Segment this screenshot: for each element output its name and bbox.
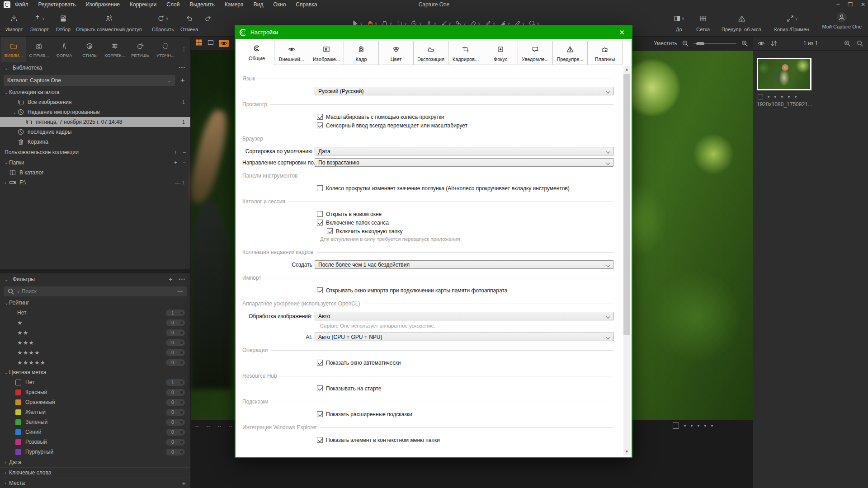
checkbox-row[interactable]: Включение папок сеанса <box>317 218 613 227</box>
checkbox-row[interactable]: Открывать окно импорта при подключении к… <box>317 286 613 295</box>
proof-view-icon[interactable] <box>219 40 229 47</box>
menu-Файл[interactable]: Файл <box>15 1 28 8</box>
image-thumbnail[interactable] <box>757 58 811 90</box>
scroll-down-icon[interactable]: ▼ <box>623 448 630 455</box>
checkbox[interactable] <box>317 437 323 443</box>
settings-tab-eye[interactable]: Внешний... <box>274 41 309 65</box>
grid-button[interactable]: Сетка <box>696 12 710 32</box>
filter-count-pill[interactable]: 0 <box>166 439 185 446</box>
checkbox[interactable] <box>317 185 323 191</box>
add-catalog-button[interactable]: + <box>179 76 187 84</box>
filter-group-Дата[interactable]: ›Дата <box>0 457 190 467</box>
filter-count-pill[interactable]: 0 <box>166 359 185 366</box>
color-filter-row[interactable]: Желтый0 <box>0 407 190 417</box>
folder-item[interactable]: В каталог <box>0 168 190 178</box>
dialog-scrollbar[interactable]: ▲ ▼ <box>623 66 630 455</box>
color-filter-row[interactable]: Красный0 <box>0 387 190 397</box>
cull-button[interactable]: Отбор <box>56 12 71 32</box>
menu-Камера[interactable]: Камера <box>225 1 244 8</box>
filter-group-Места[interactable]: ›Места+ <box>0 478 190 488</box>
folders-header[interactable]: ⌄ Папки + − <box>0 157 190 168</box>
filter-count-pill[interactable]: 0 <box>166 449 185 455</box>
settings-tab-notify[interactable]: Уведомле... <box>518 41 553 65</box>
filter-count-pill[interactable]: 1 <box>166 379 185 386</box>
exposure-warning-button[interactable]: Предупр. об эксп. <box>722 12 763 32</box>
filter-count-pill[interactable]: 0 <box>166 399 185 406</box>
settings-tab-crop[interactable]: Кадриров... <box>448 41 483 65</box>
filter-count-pill[interactable]: 0 <box>166 319 185 326</box>
tool-tab-shape[interactable]: ФОРМА <box>52 37 77 62</box>
zoom-slider[interactable] <box>693 43 736 44</box>
color-filter-row[interactable]: Розовый0 <box>0 437 190 447</box>
filter-count-pill[interactable]: 0 <box>166 339 185 346</box>
checkbox-row[interactable]: Показать расширенные подсказки <box>317 410 613 418</box>
settings-tab-logo[interactable]: Общие <box>239 39 274 65</box>
color-filter-row[interactable]: Оранжевый0 <box>0 397 190 407</box>
menu-Коррекции[interactable]: Коррекции <box>130 1 156 8</box>
before-after-button[interactable]: ∨ До <box>674 12 685 32</box>
scrollbar-thumb[interactable] <box>623 74 630 335</box>
add-place-button[interactable]: + <box>182 479 186 487</box>
zoom-out-icon[interactable] <box>682 40 689 47</box>
export-button[interactable]: ∨ Экспорт <box>30 12 48 32</box>
thumb-rating-dots[interactable] <box>768 96 797 98</box>
dropdown[interactable]: По возрастанию <box>315 158 613 167</box>
menu-Изображение[interactable]: Изображение <box>85 1 120 8</box>
checkbox-row[interactable]: Показать элемент в контекстном меню папк… <box>317 436 613 444</box>
filter-count-pill[interactable]: 0 <box>166 349 185 356</box>
share-button[interactable]: Открыть совместный доступ <box>76 12 142 32</box>
browser-grid-view-icon[interactable] <box>195 39 203 48</box>
import-button[interactable]: Импорт <box>5 12 23 32</box>
panel-splitter[interactable] <box>0 269 190 273</box>
checkbox[interactable] <box>317 411 323 417</box>
tool-tab-adjustments[interactable]: КОРРЕК... <box>102 37 127 62</box>
tree-item[interactable]: последние кадры <box>0 127 190 137</box>
color-filter-row[interactable]: Пурпурный0 <box>0 447 190 457</box>
library-menu-icon[interactable]: ••• <box>179 66 186 70</box>
remove-folder-button[interactable]: − <box>183 160 186 166</box>
dialog-titlebar[interactable]: Настройки ✕ <box>236 26 632 39</box>
checkbox-row[interactable]: Показывать на старте <box>317 384 613 393</box>
dropdown[interactable]: Авто (CPU + GPU + NPU) <box>315 333 613 341</box>
tool-tab-refine[interactable]: УТОЧН... <box>153 37 178 62</box>
more-tabs-icon[interactable]: ⋮ <box>181 37 189 62</box>
settings-tab-color[interactable]: Цвет <box>378 41 414 65</box>
add-collection-button[interactable]: + <box>174 149 177 155</box>
filter-count-pill[interactable]: 0 <box>166 389 185 396</box>
menu-Окно[interactable]: Окно <box>273 1 286 8</box>
sort-icon[interactable] <box>770 40 778 47</box>
rating-filter-row[interactable]: ★★★0 <box>0 338 190 347</box>
checkbox[interactable] <box>317 122 323 128</box>
tool-tab-camera[interactable]: С ПРИВ... <box>26 37 52 62</box>
filter-count-pill[interactable]: 0 <box>166 419 185 426</box>
checkbox-row[interactable]: Сенсорный ввод всегда перемещает или мас… <box>317 121 613 130</box>
checkbox[interactable] <box>317 211 323 217</box>
redo-button[interactable] <box>204 12 212 32</box>
zoom-in-icon[interactable] <box>741 40 748 47</box>
menu-Справка[interactable]: Справка <box>296 1 317 8</box>
filters-panel-header[interactable]: ⌄ Фильтры + ••• <box>0 273 190 285</box>
tree-item[interactable]: Все изображения1 <box>0 97 190 107</box>
dropdown[interactable]: Авто <box>315 312 613 320</box>
filter-count-pill[interactable]: 0 <box>166 409 185 416</box>
settings-tab-exposure[interactable]: Экспозиция <box>413 41 448 65</box>
catalog-selector[interactable]: Каталог: Capture One ⌄ <box>4 75 175 86</box>
minimize-button[interactable]: – <box>836 1 840 8</box>
add-folder-button[interactable]: + <box>174 160 177 166</box>
fit-label[interactable]: Уместить <box>654 40 677 47</box>
settings-tab-image[interactable]: Изображе... <box>309 41 344 65</box>
close-button[interactable]: ✕ <box>861 1 865 8</box>
browser-eye-icon[interactable] <box>758 40 765 47</box>
checkbox[interactable] <box>317 220 323 225</box>
user-collections-header[interactable]: Пользовательские коллекции + − <box>0 147 190 157</box>
color-filter-row[interactable]: Зеленый0 <box>0 417 190 427</box>
settings-tab-warnq[interactable]: Предупре... <box>552 41 588 65</box>
reset-button[interactable]: ∨ Сбросить <box>152 12 174 32</box>
remove-collection-button[interactable]: − <box>183 149 186 155</box>
filters-menu-icon[interactable]: ••• <box>179 277 186 282</box>
checkbox[interactable] <box>317 114 323 120</box>
menu-Вид[interactable]: Вид <box>254 1 264 8</box>
filter-group-Ключевые слова[interactable]: ›Ключевые слова <box>0 467 190 478</box>
maximize-button[interactable]: ❐ <box>848 1 853 8</box>
color-tag-group-header[interactable]: ⌄Цветная метка <box>0 367 190 377</box>
